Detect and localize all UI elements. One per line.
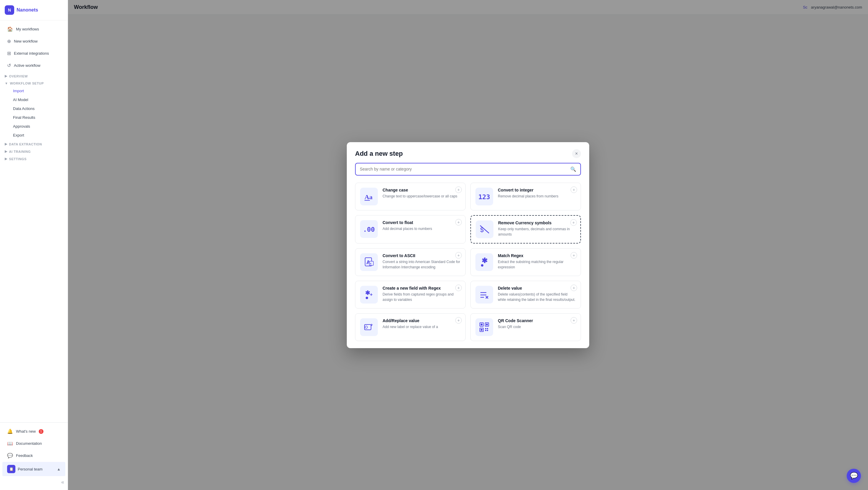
card-create-new-field-regex[interactable]: ✱+ Create a new field with Regex Derive …: [355, 281, 466, 308]
card-add-button-change-case[interactable]: +: [455, 187, 462, 193]
svg-point-21: [365, 326, 368, 328]
section-workflow-setup[interactable]: ▼ WORKFLOW SETUP: [0, 79, 68, 86]
documentation-label: Documentation: [16, 441, 42, 446]
card-title-delete-value: Delete value: [498, 286, 576, 291]
card-add-button-remove-currency-symbols[interactable]: +: [570, 219, 577, 226]
svg-text:123: 123: [478, 193, 490, 201]
card-delete-value[interactable]: Delete value Delete values(contents) of …: [470, 281, 581, 308]
collapse-icon: «: [61, 479, 64, 485]
card-convert-to-ascii[interactable]: A4 Convert to ASCII Convert a string int…: [355, 248, 466, 276]
card-icon-wrap-create-new-field-regex: ✱+: [360, 286, 378, 303]
personal-team-label: Personal team: [18, 467, 42, 471]
card-desc-convert-to-ascii: Convert a string into American Standard …: [382, 259, 461, 270]
sidebar: N Nanonets 🏠 My workflows ⊕ New workflow…: [0, 0, 68, 490]
add-step-modal: Add a new step × 🔍 Aa Change case Change…: [347, 142, 589, 348]
card-add-replace-value[interactable]: + Add/Replace value Add new label or rep…: [355, 313, 466, 341]
card-title-convert-to-integer: Convert to integer: [498, 188, 576, 192]
sidebar-nav: 🏠 My workflows ⊕ New workflow ⊞ External…: [0, 21, 68, 422]
card-icon-wrap-delete-value: [475, 286, 493, 303]
search-input[interactable]: [360, 167, 568, 171]
section-overview[interactable]: ▶ OVERVIEW: [0, 72, 68, 79]
card-desc-delete-value: Delete values(contents) of the specified…: [498, 292, 576, 302]
section-settings[interactable]: ▶ SETTINGS: [0, 155, 68, 162]
logo-icon: N: [5, 5, 14, 15]
sidebar-sub-item-data-actions[interactable]: Data Actions: [2, 104, 65, 113]
section-label-data-extraction: DATA EXTRACTION: [9, 142, 42, 146]
card-content-delete-value: Delete value Delete values(contents) of …: [498, 286, 576, 302]
search-box: 🔍: [355, 163, 581, 175]
sidebar-item-my-workflows[interactable]: 🏠 My workflows: [2, 23, 65, 35]
card-desc-convert-to-float: Add decimal places to numbers: [382, 226, 461, 231]
card-icon-wrap-remove-currency-symbols: $: [476, 221, 493, 238]
modal-body: Aa Change case Change text to uppercase/…: [347, 180, 589, 348]
card-add-button-qr-code-scanner[interactable]: +: [570, 317, 577, 324]
search-icon: 🔍: [570, 166, 576, 172]
app-name: Nanonets: [17, 7, 38, 13]
card-desc-change-case: Change text to uppercase/lowercase or al…: [382, 194, 461, 199]
home-icon: 🏠: [7, 26, 13, 32]
modal-overlay[interactable]: Add a new step × 🔍 Aa Change case Change…: [68, 0, 868, 490]
svg-rect-31: [485, 330, 486, 331]
sidebar-item-new-workflow[interactable]: ⊕ New workflow: [2, 35, 65, 47]
svg-rect-30: [487, 328, 488, 329]
sidebar-sub-item-export[interactable]: Export: [2, 131, 65, 139]
svg-text:.00: .00: [363, 226, 375, 233]
sidebar-sub-item-approvals[interactable]: Approvals: [2, 122, 65, 131]
card-icon-wrap-change-case: Aa: [360, 188, 378, 205]
svg-rect-28: [481, 329, 483, 331]
modal-close-button[interactable]: ×: [572, 149, 581, 158]
logo-area[interactable]: N Nanonets: [0, 0, 68, 21]
sidebar-sub-item-ai-model[interactable]: AI Model: [2, 95, 65, 104]
card-desc-qr-code-scanner: Scan QR code: [498, 324, 576, 329]
card-add-button-convert-to-integer[interactable]: +: [570, 187, 577, 193]
card-convert-to-integer[interactable]: 123 Convert to integer Remove decimal pl…: [470, 183, 581, 210]
team-icon: 📋: [7, 465, 16, 473]
card-add-button-convert-to-ascii[interactable]: +: [455, 252, 462, 259]
card-add-button-create-new-field-regex[interactable]: +: [455, 285, 462, 291]
card-change-case[interactable]: Aa Change case Change text to uppercase/…: [355, 183, 466, 210]
card-remove-currency-symbols[interactable]: $ Remove Currency symbols Keep only numb…: [470, 215, 581, 243]
card-content-convert-to-ascii: Convert to ASCII Convert a string into A…: [382, 253, 461, 270]
card-icon-wrap-convert-to-float: .00: [360, 220, 378, 238]
svg-point-14: [366, 297, 368, 299]
sidebar-bottom: 🔔 What's new 1 📖 Documentation 💬 Feedbac…: [0, 422, 68, 490]
card-convert-to-float[interactable]: .00 Convert to float Add decimal places …: [355, 215, 466, 243]
section-ai-training[interactable]: ▶ AI TRAINING: [0, 147, 68, 155]
section-data-extraction[interactable]: ▶ DATA EXTRACTION: [0, 140, 68, 147]
card-content-create-new-field-regex: Create a new field with Regex Derive fie…: [382, 286, 461, 302]
svg-text:4: 4: [370, 262, 371, 265]
sidebar-collapse-button[interactable]: «: [0, 477, 68, 488]
card-content-remove-currency-symbols: Remove Currency symbols Keep only number…: [498, 221, 576, 237]
sidebar-item-external-integrations[interactable]: ⊞ External integrations: [2, 47, 65, 59]
sidebar-sub-item-final-results[interactable]: Final Results: [2, 113, 65, 122]
card-content-match-regex: Match Regex Extract the substring matchi…: [498, 253, 576, 270]
sidebar-item-active-workflow[interactable]: ↺ Active workflow: [2, 60, 65, 71]
modal-header: Add a new step ×: [347, 142, 589, 163]
sidebar-item-whats-new[interactable]: 🔔 What's new 1: [2, 426, 65, 437]
sidebar-item-feedback[interactable]: 💬 Feedback: [2, 450, 65, 461]
card-match-regex[interactable]: ✱ Match Regex Extract the substring matc…: [470, 248, 581, 276]
sidebar-sub-item-import[interactable]: Import: [2, 87, 65, 95]
chat-button[interactable]: 💬: [847, 469, 861, 483]
personal-team-item[interactable]: 📋 Personal team ▲: [2, 462, 65, 476]
svg-text:✱: ✱: [365, 290, 370, 296]
sidebar-item-documentation[interactable]: 📖 Documentation: [2, 438, 65, 449]
card-qr-code-scanner[interactable]: QR Code Scanner Scan QR code +: [470, 313, 581, 341]
svg-rect-24: [481, 324, 483, 325]
card-add-button-add-replace-value[interactable]: +: [455, 317, 462, 324]
card-add-button-match-regex[interactable]: +: [570, 252, 577, 259]
card-add-button-convert-to-float[interactable]: +: [455, 219, 462, 226]
feedback-label: Feedback: [16, 453, 33, 458]
card-add-button-delete-value[interactable]: +: [570, 285, 577, 291]
section-label-settings: SETTINGS: [9, 157, 27, 161]
chevron-right-icon-2: ▶: [5, 142, 7, 146]
nav-label-active-workflow: Active workflow: [14, 63, 40, 68]
section-label-ai-training: AI TRAINING: [9, 150, 31, 153]
card-desc-match-regex: Extract the substring matching the regul…: [498, 259, 576, 270]
integrations-icon: ⊞: [7, 51, 11, 56]
card-title-remove-currency-symbols: Remove Currency symbols: [498, 221, 576, 225]
card-icon-wrap-add-replace-value: +: [360, 318, 378, 336]
card-desc-create-new-field-regex: Derive fields from captured regex groups…: [382, 292, 461, 302]
section-label-workflow-setup: WORKFLOW SETUP: [10, 81, 44, 85]
svg-rect-26: [486, 324, 488, 325]
